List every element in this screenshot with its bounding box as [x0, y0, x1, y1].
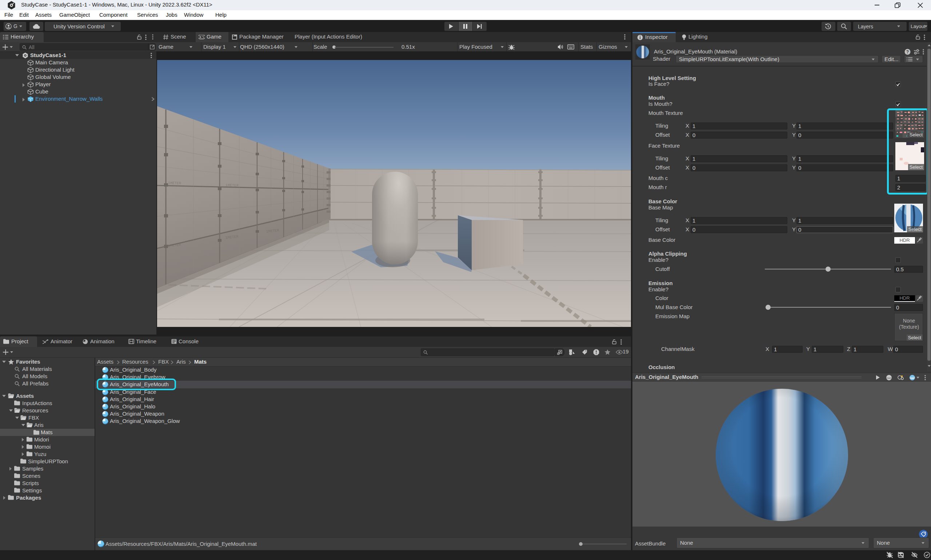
svg-text:1METER: 1METER	[168, 181, 181, 185]
svg-text:?: ?	[906, 49, 909, 55]
svg-text:1METER: 1METER	[225, 183, 239, 188]
